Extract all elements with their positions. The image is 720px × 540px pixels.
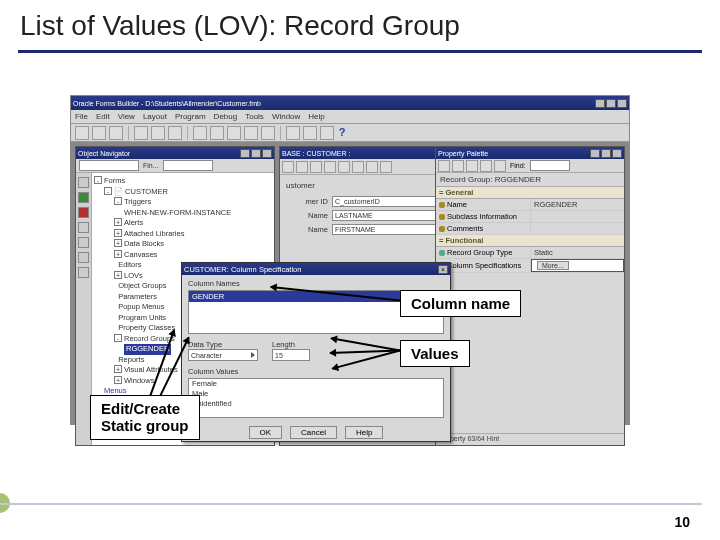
baseline-rule <box>0 503 702 505</box>
callout-edit-create: Edit/Create Static group <box>90 395 200 440</box>
canvas-tool-icon[interactable] <box>282 161 294 173</box>
tool-icon[interactable] <box>151 126 165 140</box>
minimize-icon[interactable] <box>590 149 600 158</box>
canvas-tool-icon[interactable] <box>324 161 336 173</box>
help-button[interactable]: Help <box>345 426 383 439</box>
column-values-list[interactable]: Female Male Unidentified <box>188 378 444 418</box>
menu-view[interactable]: View <box>118 112 135 121</box>
navigator-title: Object Navigator <box>78 150 130 157</box>
menu-file[interactable]: File <box>75 112 88 121</box>
find-input[interactable] <box>530 160 570 171</box>
prop-tool-icon[interactable] <box>494 160 506 172</box>
nav-tool-icon[interactable] <box>78 177 89 188</box>
property-row[interactable]: Comments <box>436 223 624 235</box>
tree-node[interactable]: WHEN-NEW-FORM-INSTANCE <box>94 208 272 219</box>
close-icon[interactable] <box>612 149 622 158</box>
app-title-text: Oracle Forms Builder - D:\Students\Allme… <box>73 100 261 107</box>
property-row[interactable]: Subclass Information <box>436 211 624 223</box>
property-row[interactable]: Record Group TypeStatic <box>436 247 624 259</box>
window-controls[interactable] <box>595 99 627 108</box>
maximize-icon[interactable] <box>606 99 616 108</box>
tool-icon[interactable] <box>109 126 123 140</box>
tool-icon[interactable] <box>134 126 148 140</box>
tree-node-form[interactable]: -📄 CUSTOMER <box>94 187 272 198</box>
tool-icon[interactable] <box>303 126 317 140</box>
create-icon[interactable] <box>78 192 89 203</box>
tool-icon[interactable] <box>227 126 241 140</box>
length-input[interactable]: 15 <box>272 349 310 361</box>
property-titlebar: Property Palette <box>436 147 624 159</box>
canvas-tool-icon[interactable] <box>366 161 378 173</box>
main-toolbar[interactable]: ? <box>71 124 629 142</box>
tool-icon[interactable] <box>244 126 258 140</box>
menu-program[interactable]: Program <box>175 112 206 121</box>
property-row[interactable]: NameRGGENDER <box>436 199 624 211</box>
maximize-icon[interactable] <box>251 149 261 158</box>
tree-node[interactable]: +Canvases <box>94 250 272 261</box>
canvas-title: BASE : CUSTOMER : <box>282 150 350 157</box>
nav-tool-icon[interactable] <box>78 237 89 248</box>
tool-icon[interactable] <box>210 126 224 140</box>
nav-tool-icon[interactable] <box>78 222 89 233</box>
callout-values: Values <box>400 340 470 367</box>
title-rule <box>18 50 702 53</box>
chevron-down-icon <box>251 352 255 358</box>
datatype-select[interactable]: Character <box>188 349 258 361</box>
menu-window[interactable]: Window <box>272 112 300 121</box>
property-group: = Functional <box>436 235 624 247</box>
tree-node-forms[interactable]: -Forms <box>94 176 272 187</box>
list-item[interactable]: Unidentified <box>189 399 443 409</box>
nav-tool-icon[interactable] <box>78 252 89 263</box>
list-item[interactable]: Female <box>189 379 443 389</box>
tool-icon[interactable] <box>168 126 182 140</box>
tool-icon[interactable] <box>75 126 89 140</box>
length-label: Length <box>272 340 310 349</box>
prop-tool-icon[interactable] <box>452 160 464 172</box>
menu-help[interactable]: Help <box>308 112 324 121</box>
nav-tool-icon[interactable] <box>78 267 89 278</box>
delete-icon[interactable] <box>78 207 89 218</box>
tool-icon[interactable] <box>193 126 207 140</box>
prop-tool-icon[interactable] <box>466 160 478 172</box>
app-titlebar: Oracle Forms Builder - D:\Students\Allme… <box>71 96 629 110</box>
cancel-button[interactable]: Cancel <box>290 426 337 439</box>
list-item[interactable]: Male <box>189 389 443 399</box>
menubar[interactable]: File Edit View Layout Program Debug Tool… <box>71 110 629 124</box>
property-row-selected[interactable]: Column SpecificationsMore... <box>436 259 624 273</box>
canvas-tool-icon[interactable] <box>380 161 392 173</box>
page-number: 10 <box>674 514 690 530</box>
tree-node[interactable]: +Attached Libraries <box>94 229 272 240</box>
tool-icon[interactable] <box>261 126 275 140</box>
canvas-tool-icon[interactable] <box>296 161 308 173</box>
property-toolbar[interactable]: Find: <box>436 159 624 173</box>
canvas-tool-icon[interactable] <box>338 161 350 173</box>
menu-edit[interactable]: Edit <box>96 112 110 121</box>
close-icon[interactable] <box>262 149 272 158</box>
ok-button[interactable]: OK <box>249 426 283 439</box>
help-icon[interactable]: ? <box>337 126 347 140</box>
more-button[interactable]: More... <box>537 261 569 270</box>
menu-debug[interactable]: Debug <box>214 112 238 121</box>
close-icon[interactable]: × <box>438 265 448 274</box>
minimize-icon[interactable] <box>240 149 250 158</box>
dialog-titlebar: CUSTOMER: Column Specification × <box>182 263 450 275</box>
minimize-icon[interactable] <box>595 99 605 108</box>
navigator-combo[interactable] <box>79 160 139 171</box>
canvas-tool-icon[interactable] <box>310 161 322 173</box>
tree-node[interactable]: -Triggers <box>94 197 272 208</box>
prop-tool-icon[interactable] <box>480 160 492 172</box>
tool-icon[interactable] <box>92 126 106 140</box>
property-header: Record Group: RGGENDER <box>436 173 624 187</box>
maximize-icon[interactable] <box>601 149 611 158</box>
close-icon[interactable] <box>617 99 627 108</box>
tree-node[interactable]: +Data Blocks <box>94 239 272 250</box>
separator <box>280 126 281 140</box>
menu-layout[interactable]: Layout <box>143 112 167 121</box>
tool-icon[interactable] <box>286 126 300 140</box>
menu-tools[interactable]: Tools <box>245 112 264 121</box>
prop-tool-icon[interactable] <box>438 160 450 172</box>
navigator-find-input[interactable] <box>163 160 213 171</box>
canvas-tool-icon[interactable] <box>352 161 364 173</box>
tool-icon[interactable] <box>320 126 334 140</box>
tree-node[interactable]: +Alerts <box>94 218 272 229</box>
